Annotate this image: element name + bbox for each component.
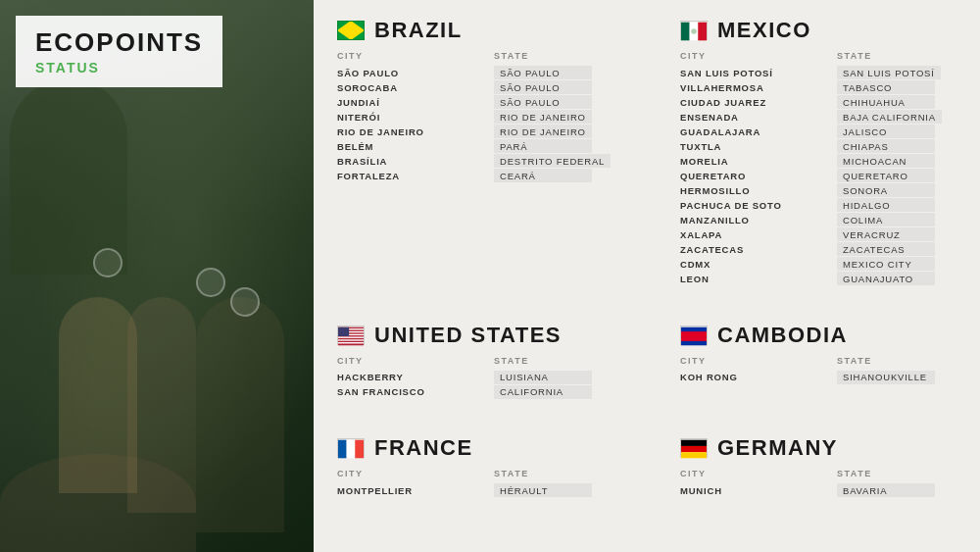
table-row: VILLAHERMOSATABASCO (680, 80, 980, 94)
state-cell: VERACRUZ (837, 227, 935, 241)
city-column-header: CITY (680, 469, 837, 478)
state-cell: ZACATECAS (837, 242, 935, 256)
app-title: ECOPOINTS (35, 27, 203, 58)
state-cell: CEARÁ (494, 169, 592, 182)
table-row: MORELIAMICHOACAN (680, 154, 980, 168)
state-cell: SONORA (837, 183, 935, 197)
state-cell: TABASCO (837, 80, 935, 94)
table-row: ZACATECASZACATECAS (680, 242, 980, 256)
app-subtitle: STATUS (35, 60, 203, 75)
city-cell: VILLAHERMOSA (680, 80, 837, 94)
table-row: SAN FRANCISCOCALIFORNIA (337, 385, 651, 399)
table-row: CDMXMEXICO CITY (680, 257, 980, 271)
svg-rect-22 (681, 446, 707, 452)
table-row: LEONGUANAJUATO (680, 272, 980, 285)
svg-rect-17 (681, 331, 707, 340)
flag-mexico (680, 21, 708, 40)
column-headers: CITYSTATE (337, 356, 651, 366)
table-row: SOROCABASÃO PAULO (337, 80, 651, 94)
city-cell: PACHUCA DE SOTO (680, 198, 837, 212)
svg-point-6 (691, 28, 697, 34)
column-headers: CITYSTATE (680, 469, 980, 478)
country-section-mexico: MEXICOCITYSTATESAN LUIS POTOSÍSAN LUIS P… (680, 18, 980, 305)
data-rows: MONTPELLIERHÉRAULT (337, 483, 651, 497)
country-name: GERMANY (717, 435, 838, 461)
state-cell: SÃO PAULO (494, 66, 592, 79)
flag-brazil (337, 21, 365, 40)
state-cell: SÃO PAULO (494, 95, 592, 109)
svg-rect-23 (681, 452, 707, 458)
state-column-header: STATE (837, 469, 980, 478)
country-name: BRAZIL (374, 18, 463, 43)
data-rows: SAN LUIS POTOSÍSAN LUIS POTOSÍVILLAHERMO… (680, 66, 980, 285)
table-row: BRASÍLIADESTRITO FEDERAL (337, 154, 651, 168)
country-name: UNITED STATES (374, 323, 562, 348)
city-cell: MUNICH (680, 483, 837, 497)
svg-rect-18 (338, 440, 347, 459)
city-cell: ZACATECAS (680, 242, 837, 256)
city-column-header: CITY (337, 356, 494, 366)
city-cell: RIO DE JANEIRO (337, 125, 494, 138)
svg-rect-3 (681, 23, 690, 41)
state-cell: MICHOACAN (837, 154, 935, 168)
country-header: FRANCE (337, 435, 651, 461)
svg-marker-1 (340, 25, 362, 39)
country-header: CAMBODIA (680, 323, 980, 348)
city-cell: BELÉM (337, 139, 494, 153)
country-section-cambodia: CAMBODIACITYSTATEKOH RONGSIHANOUKVILLE (680, 323, 980, 419)
city-cell: MORELIA (680, 154, 837, 168)
city-cell: LEON (680, 272, 837, 285)
flag-germany (680, 438, 708, 458)
table-row: PACHUCA DE SOTOHIDALGO (680, 198, 980, 212)
country-name: CAMBODIA (717, 323, 848, 348)
table-row: HERMOSILLOSONORA (680, 183, 980, 197)
state-cell: RIO DE JANEIRO (494, 110, 592, 124)
city-cell: KOH RONG (680, 371, 837, 384)
table-row: JUNDIAÍSÃO PAULO (337, 95, 651, 109)
state-cell: SÃO PAULO (494, 80, 592, 94)
table-row: XALAPAVERACRUZ (680, 227, 980, 241)
data-rows: MUNICHBAVARIA (680, 483, 980, 497)
svg-rect-21 (681, 440, 707, 446)
state-column-header: STATE (494, 51, 651, 61)
city-cell: TUXTLA (680, 139, 837, 153)
country-section-france: FRANCECITYSTATEMONTPELLIERHÉRAULT (337, 435, 651, 517)
table-row: MANZANILLOCOLIMA (680, 213, 980, 226)
state-cell: PARÁ (494, 139, 592, 153)
table-row: KOH RONGSIHANOUKVILLE (680, 371, 980, 384)
state-cell: CHIHUAHUA (837, 95, 935, 109)
state-cell: DESTRITO FEDERAL (494, 154, 611, 168)
city-column-header: CITY (680, 51, 837, 61)
svg-rect-11 (338, 336, 364, 337)
table-row: RIO DE JANEIRORIO DE JANEIRO (337, 125, 651, 138)
city-cell: CDMX (680, 257, 837, 271)
state-cell: JALISCO (837, 125, 935, 138)
column-headers: CITYSTATE (337, 51, 651, 61)
table-row: QUERETAROQUERETARO (680, 169, 980, 182)
city-cell: GUADALAJARA (680, 125, 837, 138)
state-cell: SAN LUIS POTOSÍ (837, 66, 941, 79)
svg-point-2 (347, 27, 355, 35)
svg-rect-0 (338, 23, 364, 40)
city-cell: NITERÓI (337, 110, 494, 124)
flag-usa (337, 326, 365, 345)
state-cell: RIO DE JANEIRO (494, 125, 592, 138)
city-cell: SAN LUIS POTOSÍ (680, 66, 837, 79)
table-row: BELÉMPARÁ (337, 139, 651, 153)
city-column-header: CITY (680, 356, 837, 366)
city-cell: HACKBERRY (337, 371, 494, 384)
city-cell: SOROCABA (337, 80, 494, 94)
table-row: MONTPELLIERHÉRAULT (337, 483, 651, 497)
data-rows: SÃO PAULOSÃO PAULOSOROCABASÃO PAULOJUNDI… (337, 66, 651, 182)
table-row: CIUDAD JUAREZCHIHUAHUA (680, 95, 980, 109)
state-column-header: STATE (494, 469, 651, 478)
state-cell: CALIFORNIA (494, 385, 592, 399)
column-headers: CITYSTATE (680, 51, 980, 61)
city-cell: CIUDAD JUAREZ (680, 95, 837, 109)
table-row: NITERÓIRIO DE JANEIRO (337, 110, 651, 124)
city-cell: QUERETARO (680, 169, 837, 182)
table-row: MUNICHBAVARIA (680, 483, 980, 497)
column-headers: CITYSTATE (680, 356, 980, 366)
svg-rect-12 (338, 339, 364, 340)
table-row: SÃO PAULOSÃO PAULO (337, 66, 651, 79)
